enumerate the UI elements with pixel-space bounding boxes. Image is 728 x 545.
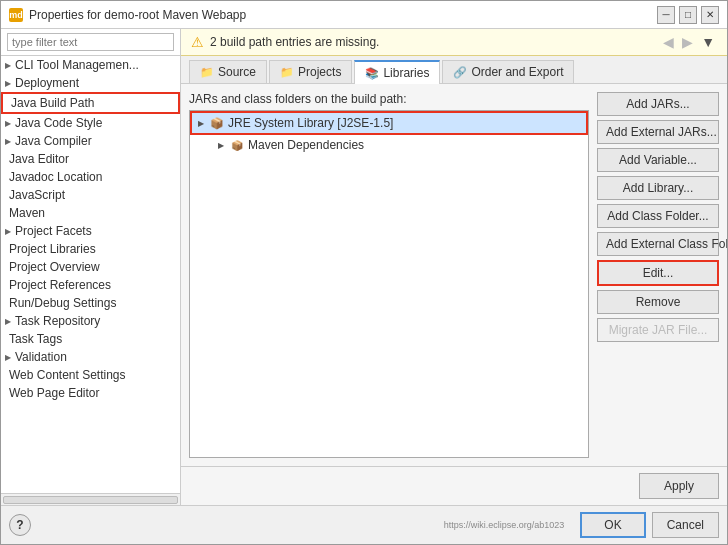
jre-expander: ▶ bbox=[198, 119, 204, 128]
tree-item-java-editor[interactable]: Java Editor bbox=[1, 150, 180, 168]
minimize-button[interactable]: ─ bbox=[657, 6, 675, 24]
filter-box bbox=[1, 29, 180, 56]
warning-actions: ◀ ▶ ▼ bbox=[661, 34, 717, 50]
right-panel: ⚠ 2 build path entries are missing. ◀ ▶ … bbox=[181, 29, 727, 505]
dropdown-button[interactable]: ▼ bbox=[699, 34, 717, 50]
apply-row: Apply bbox=[181, 466, 727, 505]
build-path-area: JARs and class folders on the build path… bbox=[189, 92, 589, 458]
source-tab-icon: 📁 bbox=[200, 66, 214, 79]
tree-item-label: Maven bbox=[9, 206, 45, 220]
window-title: Properties for demo-root Maven Webapp bbox=[29, 8, 246, 22]
ok-button[interactable]: OK bbox=[580, 512, 645, 538]
tree-item-task-tags[interactable]: Task Tags bbox=[1, 330, 180, 348]
back-button[interactable]: ◀ bbox=[661, 34, 676, 50]
tree-item-web-page-editor[interactable]: Web Page Editor bbox=[1, 384, 180, 402]
add-variable-button[interactable]: Add Variable... bbox=[597, 148, 719, 172]
tree-item-label: Project Overview bbox=[9, 260, 100, 274]
warning-message: 2 build path entries are missing. bbox=[210, 35, 379, 49]
projects-tab-icon: 📁 bbox=[280, 66, 294, 79]
warning-icon: ⚠ bbox=[191, 34, 204, 50]
tree-item-deployment[interactable]: ▶ Deployment bbox=[1, 74, 180, 92]
remove-button[interactable]: Remove bbox=[597, 290, 719, 314]
app-icon: md bbox=[9, 8, 23, 22]
add-external-jars-button[interactable]: Add External JARs... bbox=[597, 120, 719, 144]
tab-projects[interactable]: 📁 Projects bbox=[269, 60, 352, 83]
tree-item-label: Task Tags bbox=[9, 332, 62, 346]
tree-item-label: Java Build Path bbox=[11, 96, 94, 110]
tab-libraries[interactable]: 📚 Libraries bbox=[354, 60, 440, 84]
tree-item-project-facets[interactable]: ▶ Project Facets bbox=[1, 222, 180, 240]
tree-item-java-compiler[interactable]: ▶ Java Compiler bbox=[1, 132, 180, 150]
tree-item-label: Validation bbox=[15, 350, 67, 364]
tree-item-project-overview[interactable]: Project Overview bbox=[1, 258, 180, 276]
expand-arrow: ▶ bbox=[5, 79, 11, 88]
tree-item-label: Java Code Style bbox=[15, 116, 102, 130]
tab-order-label: Order and Export bbox=[471, 65, 563, 79]
expand-arrow: ▶ bbox=[5, 353, 11, 362]
url-hint: https://wiki.eclipse.org/ab1023 bbox=[444, 520, 573, 530]
dialog-footer: ? https://wiki.eclipse.org/ab1023 OK Can… bbox=[1, 505, 727, 544]
action-buttons: Add JARs... Add External JARs... Add Var… bbox=[589, 92, 719, 458]
properties-dialog: md Properties for demo-root Maven Webapp… bbox=[0, 0, 728, 545]
tree-item-label: Web Content Settings bbox=[9, 368, 126, 382]
tree-item-label: Project References bbox=[9, 278, 111, 292]
maven-library-icon: 📦 bbox=[230, 138, 244, 152]
tree-area: ▶ CLI Tool Managemen... ▶ Deployment Jav… bbox=[1, 56, 180, 493]
tree-item-javascript[interactable]: JavaScript bbox=[1, 186, 180, 204]
add-jars-button[interactable]: Add JARs... bbox=[597, 92, 719, 116]
tree-item-web-content-settings[interactable]: Web Content Settings bbox=[1, 366, 180, 384]
add-external-class-folder-button[interactable]: Add External Class Folder... bbox=[597, 232, 719, 256]
expand-arrow: ▶ bbox=[5, 227, 11, 236]
tree-item-java-build-path[interactable]: Java Build Path bbox=[1, 92, 180, 114]
migrate-jar-button[interactable]: Migrate JAR File... bbox=[597, 318, 719, 342]
tab-order-export[interactable]: 🔗 Order and Export bbox=[442, 60, 574, 83]
cancel-button[interactable]: Cancel bbox=[652, 512, 719, 538]
tree-item-validation[interactable]: ▶ Validation bbox=[1, 348, 180, 366]
tab-source[interactable]: 📁 Source bbox=[189, 60, 267, 83]
close-button[interactable]: ✕ bbox=[701, 6, 719, 24]
tab-projects-label: Projects bbox=[298, 65, 341, 79]
forward-button[interactable]: ▶ bbox=[680, 34, 695, 50]
tree-item-label: Deployment bbox=[15, 76, 79, 90]
expand-arrow: ▶ bbox=[5, 137, 11, 146]
tree-item-cli[interactable]: ▶ CLI Tool Managemen... bbox=[1, 56, 180, 74]
apply-button[interactable]: Apply bbox=[639, 473, 719, 499]
add-library-button[interactable]: Add Library... bbox=[597, 176, 719, 200]
tree-item-label: JavaScript bbox=[9, 188, 65, 202]
tree-item-label: CLI Tool Managemen... bbox=[15, 58, 139, 72]
help-button[interactable]: ? bbox=[9, 514, 31, 536]
main-content: JARs and class folders on the build path… bbox=[181, 84, 727, 466]
edit-button[interactable]: Edit... bbox=[597, 260, 719, 286]
list-item-jre[interactable]: ▶ 📦 JRE System Library [J2SE-1.5] bbox=[190, 111, 588, 135]
tree-item-label: Java Compiler bbox=[15, 134, 92, 148]
tree-item-project-libraries[interactable]: Project Libraries bbox=[1, 240, 180, 258]
tab-libraries-label: Libraries bbox=[383, 66, 429, 80]
tree-item-label: Javadoc Location bbox=[9, 170, 102, 184]
content-area: ▶ CLI Tool Managemen... ▶ Deployment Jav… bbox=[1, 29, 727, 505]
maximize-button[interactable]: □ bbox=[679, 6, 697, 24]
left-scrollbar[interactable] bbox=[1, 493, 180, 505]
build-path-list[interactable]: ▶ 📦 JRE System Library [J2SE-1.5] ▶ 📦 Ma… bbox=[189, 110, 589, 458]
jre-item-label: JRE System Library [J2SE-1.5] bbox=[228, 116, 393, 130]
add-class-folder-button[interactable]: Add Class Folder... bbox=[597, 204, 719, 228]
tree-item-label: Task Repository bbox=[15, 314, 100, 328]
tree-item-project-references[interactable]: Project References bbox=[1, 276, 180, 294]
tree-item-maven[interactable]: Maven bbox=[1, 204, 180, 222]
tree-item-label: Web Page Editor bbox=[9, 386, 100, 400]
expand-arrow: ▶ bbox=[5, 61, 11, 70]
filter-input[interactable] bbox=[7, 33, 174, 51]
list-item-maven[interactable]: ▶ 📦 Maven Dependencies bbox=[190, 135, 588, 155]
tree-item-java-code-style[interactable]: ▶ Java Code Style bbox=[1, 114, 180, 132]
tree-item-javadoc[interactable]: Javadoc Location bbox=[1, 168, 180, 186]
titlebar: md Properties for demo-root Maven Webapp… bbox=[1, 1, 727, 29]
tab-source-label: Source bbox=[218, 65, 256, 79]
expand-arrow: ▶ bbox=[5, 119, 11, 128]
maven-expander: ▶ bbox=[218, 141, 224, 150]
jre-library-icon: 📦 bbox=[210, 116, 224, 130]
expand-arrow: ▶ bbox=[5, 317, 11, 326]
tree-item-label: Project Libraries bbox=[9, 242, 96, 256]
maven-item-label: Maven Dependencies bbox=[248, 138, 364, 152]
libraries-tab-icon: 📚 bbox=[365, 67, 379, 80]
tree-item-task-repository[interactable]: ▶ Task Repository bbox=[1, 312, 180, 330]
tree-item-run-debug[interactable]: Run/Debug Settings bbox=[1, 294, 180, 312]
